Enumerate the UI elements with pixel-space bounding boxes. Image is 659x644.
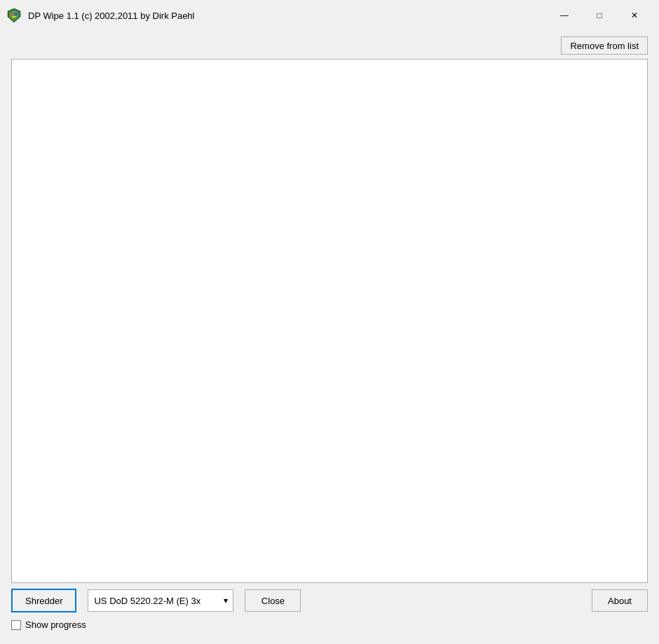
svg-point-2 <box>11 13 13 15</box>
method-select[interactable]: US DoD 5220.22-M (E) 3x US DoD 5220.22-M… <box>88 589 233 612</box>
minimize-button[interactable]: — <box>548 5 580 26</box>
show-progress-checkbox[interactable] <box>11 620 21 630</box>
bottom-row: Shredder US DoD 5220.22-M (E) 3x US DoD … <box>11 589 648 612</box>
window-title: DP Wipe 1.1 (c) 2002,2011 by Dirk Paehl <box>28 11 195 21</box>
app-icon <box>6 7 22 24</box>
show-progress-row: Show progress <box>11 619 648 630</box>
content-area: Remove from list Shredder US DoD 5220.22… <box>0 31 659 644</box>
window-close-button[interactable]: ✕ <box>618 5 651 26</box>
top-controls: Remove from list <box>11 36 648 55</box>
main-window: DP Wipe 1.1 (c) 2002,2011 by Dirk Paehl … <box>0 0 659 644</box>
title-bar-left: DP Wipe 1.1 (c) 2002,2011 by Dirk Paehl <box>6 7 195 24</box>
shredder-button[interactable]: Shredder <box>11 589 76 612</box>
svg-point-3 <box>15 13 18 15</box>
close-button[interactable]: Close <box>245 589 301 612</box>
method-select-wrapper: US DoD 5220.22-M (E) 3x US DoD 5220.22-M… <box>88 589 233 612</box>
maximize-button[interactable]: □ <box>583 5 616 26</box>
bottom-controls: Shredder US DoD 5220.22-M (E) 3x US DoD … <box>11 589 648 638</box>
about-button[interactable]: About <box>592 589 648 612</box>
show-progress-label[interactable]: Show progress <box>25 619 86 630</box>
window-controls: — □ ✕ <box>548 5 651 26</box>
title-bar: DP Wipe 1.1 (c) 2002,2011 by Dirk Paehl … <box>0 0 659 31</box>
remove-from-list-button[interactable]: Remove from list <box>561 36 648 55</box>
file-list[interactable] <box>11 59 648 583</box>
svg-rect-4 <box>12 16 16 18</box>
